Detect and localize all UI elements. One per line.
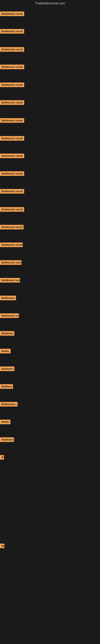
bottleneck-item: Bottlenec bbox=[0, 437, 14, 443]
bottleneck-item: Bottleneck result bbox=[0, 82, 24, 88]
bottleneck-badge[interactable]: Bottleneck result bbox=[0, 171, 24, 176]
bottleneck-item: Bottleneck result bbox=[0, 136, 24, 142]
bottleneck-item: Bottleneck result bbox=[0, 29, 24, 34]
bottleneck-item: Bottleneck res bbox=[0, 313, 19, 319]
bottleneck-item: Bottlenec bbox=[0, 331, 14, 336]
bottleneck-badge[interactable]: Bottleneck res bbox=[0, 313, 19, 318]
bottleneck-item: Bottle bbox=[0, 420, 10, 425]
bottleneck-badge[interactable]: Bottleneck result bbox=[0, 12, 24, 16]
bottleneck-badge[interactable]: Bottle bbox=[0, 420, 10, 424]
bottleneck-badge[interactable]: Bottleneck result bbox=[0, 82, 24, 87]
bottleneck-badge[interactable]: Bottlenec bbox=[0, 437, 14, 442]
bottleneck-item: Bottlenec bbox=[0, 366, 14, 372]
bottleneck-item: Bottleneck result bbox=[0, 118, 24, 124]
bottleneck-item: Bottleneck result bbox=[0, 242, 23, 248]
bottleneck-item: Bottleneck result bbox=[0, 154, 24, 159]
bottleneck-item: Bottleneck result bbox=[0, 189, 24, 194]
bottleneck-item: Bottleneck resu bbox=[0, 278, 20, 283]
bottleneck-item: Bottleneck result bbox=[0, 225, 24, 230]
bottleneck-item: Bo bbox=[0, 544, 4, 549]
bottleneck-badge[interactable]: Bottleneck result bbox=[0, 118, 24, 123]
bottleneck-item: B bbox=[0, 455, 4, 460]
bottleneck-badge[interactable]: Bottleneck result bbox=[0, 136, 24, 141]
bottleneck-badge[interactable]: B bbox=[0, 455, 4, 460]
bottleneck-item: Bottleneck bbox=[0, 296, 16, 301]
bottleneck-item: Bottleneck result bbox=[0, 47, 24, 52]
bottleneck-badge[interactable]: Bottleneck r bbox=[0, 402, 18, 406]
bottleneck-item: Bottlene bbox=[0, 384, 13, 390]
bottleneck-badge[interactable]: Bottleneck result bbox=[0, 260, 22, 265]
bottleneck-badge[interactable]: Bottleneck resu bbox=[0, 278, 20, 282]
bottleneck-item: Bottleneck r bbox=[0, 402, 18, 407]
bottleneck-badge[interactable]: Bottleneck result bbox=[0, 47, 24, 52]
bottleneck-item: Bottleneck result bbox=[0, 100, 24, 106]
bottleneck-badge[interactable]: Bottleneck result bbox=[0, 100, 24, 105]
bottleneck-item: Bottleneck result bbox=[0, 207, 24, 212]
site-title: TheBottlenecker.com bbox=[0, 0, 100, 7]
bottleneck-item: Bottleneck result bbox=[0, 171, 24, 177]
bottleneck-badge[interactable]: Bottleneck result bbox=[0, 242, 23, 247]
site-title-text: TheBottlenecker.com bbox=[35, 2, 65, 5]
bottleneck-badge[interactable]: Bottlene bbox=[0, 384, 13, 389]
bottleneck-badge[interactable]: Bottleneck result bbox=[0, 225, 24, 230]
bottleneck-item: Bottleneck result bbox=[0, 260, 22, 266]
bottleneck-badge[interactable]: Bo bbox=[0, 544, 4, 548]
bottleneck-item: Bottle bbox=[0, 349, 11, 354]
bottleneck-badge[interactable]: Bottle bbox=[0, 349, 11, 354]
bottleneck-badge[interactable]: Bottlenec bbox=[0, 366, 14, 371]
bottleneck-badge[interactable]: Bottlenec bbox=[0, 331, 14, 336]
bottleneck-badge[interactable]: Bottleneck result bbox=[0, 189, 24, 194]
bottleneck-badge[interactable]: Bottleneck bbox=[0, 296, 16, 300]
bottleneck-badge[interactable]: Bottleneck result bbox=[0, 154, 24, 158]
bottleneck-item: Bottleneck result bbox=[0, 64, 24, 70]
bottleneck-badge[interactable]: Bottleneck result bbox=[0, 29, 24, 34]
bottleneck-item: Bottleneck result bbox=[0, 12, 24, 17]
bottleneck-badge[interactable]: Bottleneck result bbox=[0, 207, 24, 212]
bottleneck-badge[interactable]: Bottleneck result bbox=[0, 64, 24, 69]
